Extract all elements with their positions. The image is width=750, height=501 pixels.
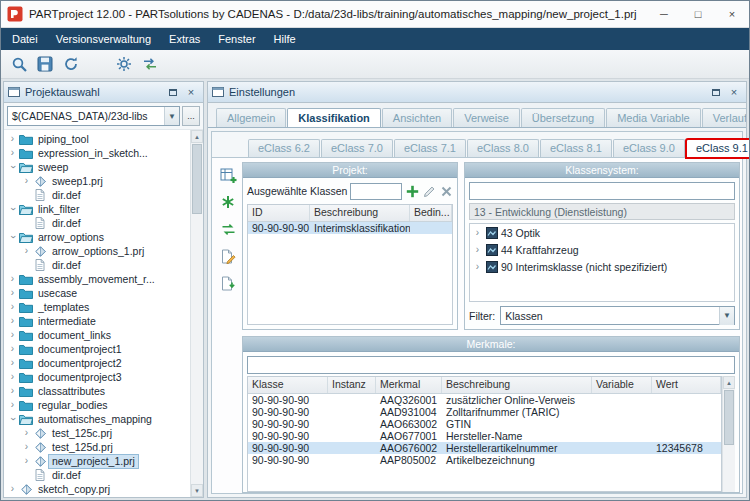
column-header-klasse[interactable]: Klasse <box>248 377 328 393</box>
tree-item-documentproject3[interactable]: ›documentproject3 <box>4 370 190 384</box>
class-search-input[interactable] <box>469 182 735 200</box>
expander-icon[interactable]: › <box>7 358 18 368</box>
expander-icon[interactable]: › <box>8 232 18 243</box>
expander-icon[interactable]: › <box>21 246 32 256</box>
expander-icon[interactable]: › <box>7 316 18 326</box>
edit-doc-button[interactable] <box>218 246 238 266</box>
column-header-wert[interactable]: Wert <box>652 377 721 393</box>
expander-icon[interactable]: › <box>21 176 32 186</box>
tree-item-classattributes[interactable]: ›classattributes <box>4 384 190 398</box>
import-doc-button[interactable] <box>218 273 238 293</box>
expander-icon[interactable]: › <box>7 302 18 312</box>
tab-eclass-7-1[interactable]: eClass 7.1 <box>394 139 466 157</box>
scroll-track[interactable] <box>191 215 203 484</box>
search-project-button[interactable] <box>7 52 31 76</box>
menu-item-extras[interactable]: Extras <box>160 28 209 50</box>
expander-icon[interactable]: › <box>7 288 18 298</box>
scroll-up-icon[interactable]: ▲ <box>191 130 203 143</box>
tree-item-assembly-movement-r-[interactable]: ›assembly_movement_r... <box>4 272 190 286</box>
add-table-button[interactable] <box>218 165 238 185</box>
tree-item-sketch-copy-prj[interactable]: ›sketch_copy.prj <box>4 482 190 496</box>
tree-item-sweep1-prj[interactable]: ›sweep1.prj <box>4 174 190 188</box>
float-panel-button[interactable] <box>165 85 181 100</box>
expander-icon[interactable]: › <box>7 386 18 396</box>
expander-icon[interactable]: › <box>21 442 32 452</box>
minimize-button[interactable]: ─ <box>647 1 681 27</box>
tree-item-usecase[interactable]: ›usecase <box>4 286 190 300</box>
merkmale-scrollbar[interactable]: ▲ <box>722 376 735 492</box>
tree-item-arrow-options-1-prj[interactable]: ›arrow_options_1.prj <box>4 244 190 258</box>
filter-combobox[interactable]: Klassen ▼ <box>500 306 735 325</box>
expander-icon[interactable]: › <box>472 228 483 238</box>
column-header-merkmal[interactable]: Merkmal <box>376 377 442 393</box>
menu-item-hilfe[interactable]: Hilfe <box>265 28 305 50</box>
expander-icon[interactable]: › <box>7 400 18 410</box>
expander-icon[interactable]: › <box>7 484 18 494</box>
expander-icon[interactable]: › <box>7 330 18 340</box>
project-path-combobox[interactable]: $(CADENAS_DATA)/23d-libs ▼ <box>7 106 180 126</box>
menu-item-datei[interactable]: Datei <box>3 28 47 50</box>
expander-icon[interactable]: › <box>472 262 483 272</box>
table-row[interactable]: 90-90-90-90AAQ326001zusätzlicher Online-… <box>248 394 721 406</box>
table-row[interactable]: 90-90-90-90AAO663002GTIN <box>248 418 721 430</box>
column-header-id[interactable]: ID <box>248 205 310 221</box>
column-header-bedin-[interactable]: Bedin... <box>410 205 452 221</box>
table-row[interactable]: 90-90-90-90AAD931004Zolltarifnummer (TAR… <box>248 406 721 418</box>
scroll-up-icon[interactable]: ▲ <box>723 376 735 389</box>
class-list-item-43-optik[interactable]: ›43 Optik <box>470 224 734 241</box>
tree-item-din-2395-1-prj[interactable]: ›din_2395-1.prj <box>4 496 190 497</box>
edit-class-button[interactable] <box>422 183 436 199</box>
close-panel-button[interactable]: × <box>726 85 742 100</box>
close-button[interactable]: × <box>715 1 749 27</box>
table-row[interactable]: 90-90-90-90AAP805002Artikelbezeichnung <box>248 454 721 466</box>
expander-icon[interactable]: › <box>8 414 18 425</box>
tab-verweise[interactable]: Verweise <box>453 108 520 127</box>
tab-klassifikation[interactable]: Klassifikation <box>287 108 381 128</box>
close-panel-button[interactable]: × <box>183 85 199 100</box>
tree-item-regular-bodies[interactable]: ›regular_bodies <box>4 398 190 412</box>
browse-button[interactable]: ... <box>182 106 200 126</box>
expander-icon[interactable]: › <box>7 372 18 382</box>
tree-item-link-filter[interactable]: ›link_filter <box>4 202 190 216</box>
tab-eclass-7-0[interactable]: eClass 7.0 <box>321 139 393 157</box>
chevron-down-icon[interactable]: ▼ <box>719 307 734 325</box>
menu-item-versionsverwaltung[interactable]: Versionsverwaltung <box>47 28 160 50</box>
tree-item-dir-def[interactable]: dir.def <box>4 258 190 272</box>
tree-item-automatisches-mapping[interactable]: ›automatisches_mapping <box>4 412 190 426</box>
tree-item-piping-tool[interactable]: ›piping_tool <box>4 132 190 146</box>
column-header-variable[interactable]: Variable <box>592 377 652 393</box>
tree-item-documentproject1[interactable]: ›documentproject1 <box>4 342 190 356</box>
tab-eclass-8-0[interactable]: eClass 8.0 <box>467 139 539 157</box>
expander-icon[interactable]: › <box>7 134 18 144</box>
expander-icon[interactable]: › <box>21 456 32 466</box>
expander-icon[interactable]: › <box>472 245 483 255</box>
column-header-instanz[interactable]: Instanz <box>328 377 376 393</box>
mapping-button[interactable] <box>138 52 162 76</box>
refresh-button[interactable] <box>59 52 83 76</box>
menu-item-fenster[interactable]: Fenster <box>209 28 264 50</box>
expander-icon[interactable]: › <box>8 162 18 173</box>
tree-item-new-project-1-prj[interactable]: ›new_project_1.prj <box>4 454 190 468</box>
table-row[interactable]: 90-90-90-90AAO676002Herstellerartikelnum… <box>248 442 721 454</box>
scroll-down-icon[interactable]: ▼ <box>191 484 203 497</box>
scroll-track[interactable] <box>723 446 735 492</box>
expander-icon[interactable]: › <box>8 204 18 215</box>
maximize-button[interactable]: □ <box>681 1 715 27</box>
tree-item-arrow-options[interactable]: ›arrow_options <box>4 230 190 244</box>
expander-icon[interactable]: › <box>7 274 18 284</box>
tree-item--templates[interactable]: ›_templates <box>4 300 190 314</box>
tab-media-variable[interactable]: Media Variable <box>606 108 701 127</box>
tree-item-test-125c-prj[interactable]: ›test_125c.prj <box>4 426 190 440</box>
expander-icon[interactable]: › <box>7 148 18 158</box>
settings-button[interactable] <box>112 52 136 76</box>
tree-item-sweep[interactable]: ›sweep <box>4 160 190 174</box>
tree-item-expression-in-sketch-[interactable]: ›expression_in_sketch... <box>4 146 190 160</box>
table-row[interactable]: 90-90-90-90AAO677001Hersteller-Name <box>248 430 721 442</box>
auto-map-button[interactable] <box>218 219 238 239</box>
chevron-down-icon[interactable]: ▼ <box>164 107 179 125</box>
tree-item-intermediate[interactable]: ›intermediate <box>4 314 190 328</box>
tab-allgemein[interactable]: Allgemein <box>216 108 286 127</box>
tree-item-document-links[interactable]: ›document_links <box>4 328 190 342</box>
class-list-item-90-interimsklasse-nicht-spezifiziert-[interactable]: ›90 Interimsklasse (nicht spezifiziert) <box>470 258 734 275</box>
tab-eclass-8-1[interactable]: eClass 8.1 <box>540 139 612 157</box>
